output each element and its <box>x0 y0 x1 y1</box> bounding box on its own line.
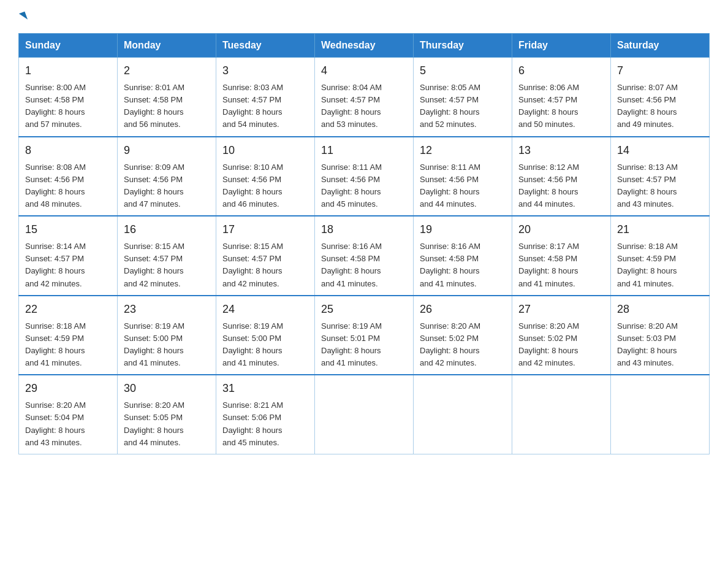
column-header-sunday: Sunday <box>19 34 118 58</box>
day-info: Sunrise: 8:20 AMSunset: 5:03 PMDaylight:… <box>617 321 678 367</box>
calendar-cell: 11 Sunrise: 8:11 AMSunset: 4:56 PMDaylig… <box>315 137 414 216</box>
calendar-cell: 31 Sunrise: 8:21 AMSunset: 5:06 PMDaylig… <box>216 375 315 454</box>
calendar-cell: 17 Sunrise: 8:15 AMSunset: 4:57 PMDaylig… <box>216 216 315 296</box>
calendar-cell: 19 Sunrise: 8:16 AMSunset: 4:58 PMDaylig… <box>414 216 512 296</box>
day-number: 20 <box>518 221 604 238</box>
day-number: 13 <box>518 142 604 159</box>
day-number: 29 <box>25 380 111 397</box>
day-info: Sunrise: 8:19 AMSunset: 5:01 PMDaylight:… <box>321 321 382 367</box>
day-number: 18 <box>321 221 407 238</box>
day-number: 15 <box>25 221 111 238</box>
calendar-week-row: 29 Sunrise: 8:20 AMSunset: 5:04 PMDaylig… <box>19 375 710 454</box>
day-info: Sunrise: 8:00 AMSunset: 4:58 PMDaylight:… <box>25 83 86 129</box>
calendar-cell: 12 Sunrise: 8:11 AMSunset: 4:56 PMDaylig… <box>414 137 512 216</box>
calendar-cell: 9 Sunrise: 8:09 AMSunset: 4:56 PMDayligh… <box>118 137 216 216</box>
column-header-wednesday: Wednesday <box>315 34 414 58</box>
day-number: 22 <box>25 301 111 318</box>
day-number: 14 <box>617 142 703 159</box>
calendar-cell <box>512 375 611 454</box>
calendar-cell: 20 Sunrise: 8:17 AMSunset: 4:58 PMDaylig… <box>512 216 611 296</box>
calendar-cell: 4 Sunrise: 8:04 AMSunset: 4:57 PMDayligh… <box>315 58 414 137</box>
day-number: 30 <box>124 380 210 397</box>
day-info: Sunrise: 8:20 AMSunset: 5:04 PMDaylight:… <box>25 400 86 446</box>
day-info: Sunrise: 8:16 AMSunset: 4:58 PMDaylight:… <box>321 242 382 288</box>
calendar-cell <box>611 375 710 454</box>
calendar-week-row: 15 Sunrise: 8:14 AMSunset: 4:57 PMDaylig… <box>19 216 710 296</box>
calendar-cell: 30 Sunrise: 8:20 AMSunset: 5:05 PMDaylig… <box>118 375 216 454</box>
calendar-cell: 3 Sunrise: 8:03 AMSunset: 4:57 PMDayligh… <box>216 58 315 137</box>
calendar-header-row: SundayMondayTuesdayWednesdayThursdayFrid… <box>19 34 710 58</box>
day-info: Sunrise: 8:08 AMSunset: 4:56 PMDaylight:… <box>25 163 86 209</box>
calendar-cell <box>315 375 414 454</box>
day-info: Sunrise: 8:18 AMSunset: 4:59 PMDaylight:… <box>617 242 678 288</box>
day-number: 1 <box>25 63 111 79</box>
day-number: 28 <box>617 301 703 318</box>
column-header-tuesday: Tuesday <box>216 34 315 58</box>
day-number: 11 <box>321 142 407 159</box>
day-number: 27 <box>518 301 604 318</box>
day-number: 9 <box>124 142 210 159</box>
calendar-cell: 7 Sunrise: 8:07 AMSunset: 4:56 PMDayligh… <box>611 58 710 137</box>
column-header-monday: Monday <box>118 34 216 58</box>
day-number: 10 <box>222 142 308 159</box>
day-number: 19 <box>420 221 506 238</box>
calendar-week-row: 22 Sunrise: 8:18 AMSunset: 4:59 PMDaylig… <box>19 296 710 375</box>
day-info: Sunrise: 8:18 AMSunset: 4:59 PMDaylight:… <box>25 321 86 367</box>
calendar-cell: 1 Sunrise: 8:00 AMSunset: 4:58 PMDayligh… <box>19 58 118 137</box>
day-info: Sunrise: 8:19 AMSunset: 5:00 PMDaylight:… <box>222 321 283 367</box>
day-info: Sunrise: 8:03 AMSunset: 4:57 PMDaylight:… <box>222 83 283 129</box>
calendar-cell: 10 Sunrise: 8:10 AMSunset: 4:56 PMDaylig… <box>216 137 315 216</box>
calendar-cell: 13 Sunrise: 8:12 AMSunset: 4:56 PMDaylig… <box>512 137 611 216</box>
day-number: 5 <box>420 63 506 79</box>
day-info: Sunrise: 8:12 AMSunset: 4:56 PMDaylight:… <box>518 163 579 209</box>
calendar-cell: 25 Sunrise: 8:19 AMSunset: 5:01 PMDaylig… <box>315 296 414 375</box>
calendar-cell: 2 Sunrise: 8:01 AMSunset: 4:58 PMDayligh… <box>118 58 216 137</box>
day-number: 2 <box>124 63 210 79</box>
day-info: Sunrise: 8:15 AMSunset: 4:57 PMDaylight:… <box>124 242 184 288</box>
day-info: Sunrise: 8:10 AMSunset: 4:56 PMDaylight:… <box>222 163 283 209</box>
day-info: Sunrise: 8:11 AMSunset: 4:56 PMDaylight:… <box>321 163 382 209</box>
day-info: Sunrise: 8:17 AMSunset: 4:58 PMDaylight:… <box>518 242 579 288</box>
day-info: Sunrise: 8:20 AMSunset: 5:05 PMDaylight:… <box>124 400 184 446</box>
column-header-saturday: Saturday <box>611 34 710 58</box>
calendar-cell: 18 Sunrise: 8:16 AMSunset: 4:58 PMDaylig… <box>315 216 414 296</box>
day-info: Sunrise: 8:20 AMSunset: 5:02 PMDaylight:… <box>518 321 579 367</box>
day-info: Sunrise: 8:09 AMSunset: 4:56 PMDaylight:… <box>124 163 184 209</box>
day-info: Sunrise: 8:04 AMSunset: 4:57 PMDaylight:… <box>321 83 382 129</box>
day-number: 24 <box>222 301 308 318</box>
calendar-cell: 22 Sunrise: 8:18 AMSunset: 4:59 PMDaylig… <box>19 296 118 375</box>
logo <box>18 12 26 21</box>
calendar-week-row: 8 Sunrise: 8:08 AMSunset: 4:56 PMDayligh… <box>19 137 710 216</box>
calendar-table: SundayMondayTuesdayWednesdayThursdayFrid… <box>18 33 710 454</box>
calendar-cell: 23 Sunrise: 8:19 AMSunset: 5:00 PMDaylig… <box>118 296 216 375</box>
calendar-cell: 28 Sunrise: 8:20 AMSunset: 5:03 PMDaylig… <box>611 296 710 375</box>
day-info: Sunrise: 8:05 AMSunset: 4:57 PMDaylight:… <box>420 83 480 129</box>
day-info: Sunrise: 8:11 AMSunset: 4:56 PMDaylight:… <box>420 163 480 209</box>
day-number: 12 <box>420 142 506 159</box>
calendar-cell: 15 Sunrise: 8:14 AMSunset: 4:57 PMDaylig… <box>19 216 118 296</box>
calendar-cell: 26 Sunrise: 8:20 AMSunset: 5:02 PMDaylig… <box>414 296 512 375</box>
day-info: Sunrise: 8:14 AMSunset: 4:57 PMDaylight:… <box>25 242 86 288</box>
calendar-cell: 6 Sunrise: 8:06 AMSunset: 4:57 PMDayligh… <box>512 58 611 137</box>
calendar-cell: 16 Sunrise: 8:15 AMSunset: 4:57 PMDaylig… <box>118 216 216 296</box>
column-header-thursday: Thursday <box>414 34 512 58</box>
column-header-friday: Friday <box>512 34 611 58</box>
day-number: 26 <box>420 301 506 318</box>
calendar-cell: 8 Sunrise: 8:08 AMSunset: 4:56 PMDayligh… <box>19 137 118 216</box>
calendar-cell: 24 Sunrise: 8:19 AMSunset: 5:00 PMDaylig… <box>216 296 315 375</box>
day-number: 6 <box>518 63 604 79</box>
day-number: 3 <box>222 63 308 79</box>
day-info: Sunrise: 8:01 AMSunset: 4:58 PMDaylight:… <box>124 83 184 129</box>
day-info: Sunrise: 8:07 AMSunset: 4:56 PMDaylight:… <box>617 83 678 129</box>
day-number: 21 <box>617 221 703 238</box>
calendar-cell: 21 Sunrise: 8:18 AMSunset: 4:59 PMDaylig… <box>611 216 710 296</box>
day-number: 7 <box>617 63 703 79</box>
page-header <box>18 12 710 21</box>
day-info: Sunrise: 8:13 AMSunset: 4:57 PMDaylight:… <box>617 163 678 209</box>
logo-triangle-icon <box>19 12 28 22</box>
day-number: 23 <box>124 301 210 318</box>
day-info: Sunrise: 8:15 AMSunset: 4:57 PMDaylight:… <box>222 242 283 288</box>
day-number: 31 <box>222 380 308 397</box>
day-info: Sunrise: 8:16 AMSunset: 4:58 PMDaylight:… <box>420 242 480 288</box>
day-number: 25 <box>321 301 407 318</box>
